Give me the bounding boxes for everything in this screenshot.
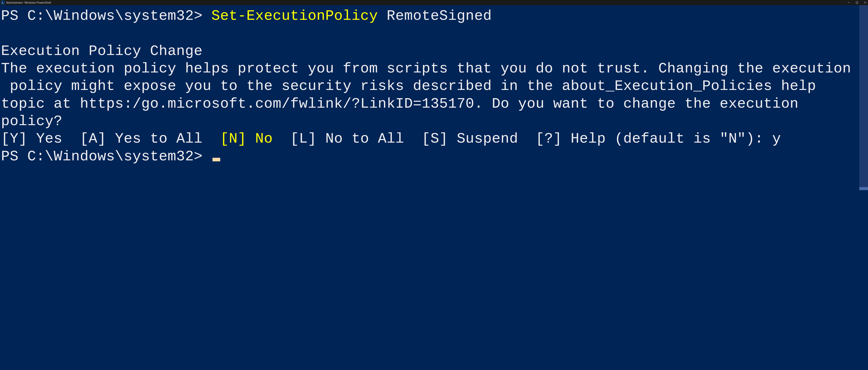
command-space (378, 8, 387, 24)
command-arg: RemoteSigned (387, 8, 492, 24)
policy-change-body: The execution policy helps protect you f… (1, 60, 851, 129)
terminal-output[interactable]: PS C:\Windows\system32> Set-ExecutionPol… (0, 5, 868, 166)
svg-rect-3 (856, 2, 858, 4)
close-button[interactable] (863, 1, 867, 4)
policy-change-heading: Execution Policy Change (1, 43, 203, 59)
choices-default: [N] No (220, 130, 273, 147)
titlebar-left: Administrator: Windows PowerShell (1, 1, 51, 4)
cursor (213, 158, 220, 161)
command-cmdlet: Set-ExecutionPolicy (212, 8, 378, 24)
maximize-button[interactable] (855, 1, 859, 4)
prompt-1: PS C:\Windows\system32> (1, 8, 212, 24)
minimize-button[interactable] (847, 1, 850, 4)
titlebar-controls (847, 1, 867, 4)
powershell-icon (1, 1, 5, 4)
blank-line (1, 25, 10, 42)
window-title: Administrator: Windows PowerShell (6, 1, 51, 4)
prompt-2: PS C:\Windows\system32> (1, 148, 212, 165)
window-titlebar: Administrator: Windows PowerShell (0, 0, 868, 5)
scrollbar[interactable] (859, 5, 868, 190)
choices-pre: [Y] Yes [A] Yes to All (1, 130, 220, 147)
choices-post: [L] No to All [S] Suspend [?] Help (defa… (273, 130, 781, 147)
scrollbar-thumb[interactable] (859, 187, 868, 190)
